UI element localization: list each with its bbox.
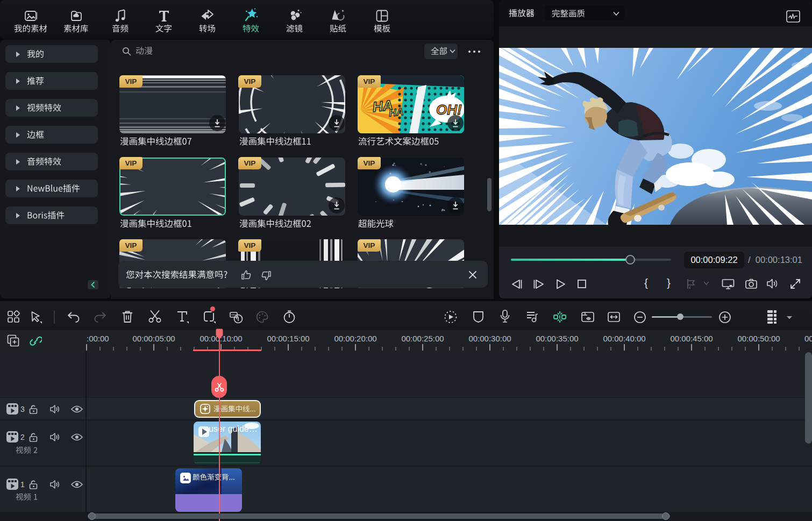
svg-text:00:00:50:00: 00:00:50:00 [737,334,780,343]
svg-text:00:00:35:00: 00:00:35:00 [536,334,578,343]
svg-text:00:00:40:00: 00:00:40:00 [603,334,645,343]
svg-text:00:00:05:00: 00:00:05:00 [132,334,175,343]
svg-text:00:00:45:00: 00:00:45:00 [670,334,713,343]
svg-text:00:00: 00:00 [804,334,812,343]
svg-text:00:00:25:00: 00:00:25:00 [401,334,444,343]
svg-text::00:00: :00:00 [87,334,109,343]
svg-text:HA: HA [388,106,404,119]
svg-text:00:00:15:00: 00:00:15:00 [267,334,309,343]
svg-text:00:00:20:00: 00:00:20:00 [334,334,376,343]
svg-text:00:00:30:00: 00:00:30:00 [468,334,511,343]
